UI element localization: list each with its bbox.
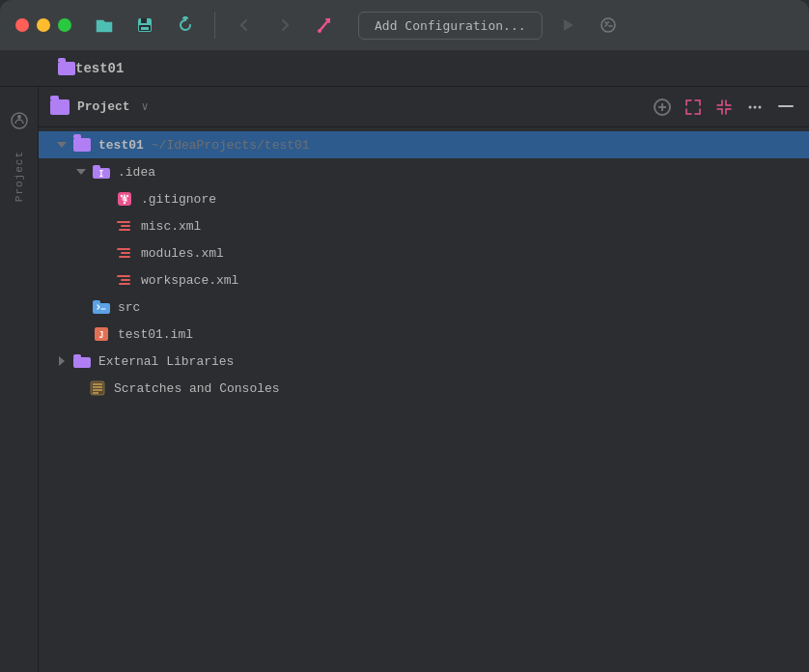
tree-item-ext-libs[interactable]: External Libraries [39, 348, 809, 375]
refresh-button[interactable] [170, 10, 201, 41]
traffic-lights [15, 18, 71, 32]
svg-point-11 [754, 105, 757, 108]
tree-item-name-src: src [118, 300, 140, 315]
debug-button[interactable] [593, 10, 624, 41]
title-bar: Add Configuration... [0, 0, 809, 50]
minimize-panel-button[interactable] [774, 96, 797, 119]
tree-item-name-test01: test01 [98, 138, 144, 153]
file-tree: test01 ~/IdeaProjects/test01 I [39, 127, 809, 672]
idea-folder-icon: I [93, 163, 110, 181]
folder-icon-test01 [73, 136, 91, 154]
add-configuration-button[interactable]: Add Configuration... [358, 12, 543, 40]
forward-button[interactable] [269, 10, 300, 41]
toolbar-divider-1 [214, 12, 215, 39]
panel-chevron-icon[interactable]: ∨ [142, 99, 149, 114]
panel-folder-icon [50, 99, 70, 115]
tree-item-name-gitignore: .gitignore [141, 192, 216, 207]
tree-item-misc[interactable]: misc.xml [39, 212, 809, 239]
src-folder-icon [93, 298, 110, 316]
project-panel-label[interactable]: Project [14, 151, 25, 202]
tree-item-idea[interactable]: I .idea [39, 158, 809, 185]
back-button[interactable] [229, 10, 260, 41]
git-file-icon [116, 190, 133, 208]
chevron-ext-libs[interactable] [54, 356, 70, 366]
svg-rect-13 [778, 105, 794, 107]
tree-item-gitignore[interactable]: .gitignore [39, 185, 809, 212]
xml-file-icon-workspace [116, 271, 133, 289]
tree-item-iml[interactable]: J test01.iml [39, 321, 809, 348]
tree-item-name-idea: .idea [118, 165, 155, 180]
main-content: Project Project ∨ [0, 87, 809, 672]
close-button[interactable] [15, 18, 29, 32]
tree-item-name-ext-libs: External Libraries [98, 354, 234, 369]
svg-text:J: J [99, 331, 104, 340]
project-title: test01 [75, 61, 124, 76]
maximize-button[interactable] [58, 18, 71, 32]
tree-item-scratches[interactable]: Scratches and Consoles [39, 375, 809, 402]
chevron-test01[interactable] [54, 142, 70, 148]
collapse-button[interactable] [712, 96, 736, 119]
svg-point-10 [749, 105, 752, 108]
svg-text:I: I [99, 170, 104, 179]
tree-item-name-scratches: Scratches and Consoles [114, 381, 280, 396]
jetbrains-icon[interactable] [9, 110, 30, 131]
expand-button[interactable] [682, 96, 705, 119]
svg-rect-1 [141, 18, 147, 23]
tree-item-test01[interactable]: test01 ~/IdeaProjects/test01 [39, 131, 809, 158]
tree-item-name-workspace: workspace.xml [141, 273, 238, 288]
tree-item-modules[interactable]: modules.xml [39, 239, 809, 266]
panel-title: Project [77, 99, 130, 114]
tree-item-name-iml: test01.iml [118, 327, 193, 342]
iml-file-icon: J [93, 325, 110, 343]
crosshair-icon [654, 98, 671, 116]
svg-point-19 [121, 195, 123, 197]
main-window: Add Configuration... test01 [0, 0, 809, 672]
svg-point-21 [124, 202, 126, 204]
run-button[interactable] [552, 10, 583, 41]
tree-item-name-modules: modules.xml [141, 246, 224, 261]
svg-point-9 [17, 115, 21, 119]
tree-item-src[interactable]: src [39, 294, 809, 321]
minimize-button[interactable] [37, 18, 50, 32]
scratches-icon [89, 379, 106, 397]
svg-point-4 [318, 29, 321, 33]
svg-point-20 [126, 195, 128, 197]
svg-point-5 [601, 18, 615, 32]
project-panel: Project ∨ [39, 87, 809, 672]
more-options-button[interactable] [743, 96, 767, 119]
xml-file-icon-misc [116, 217, 133, 235]
xml-file-icon-modules [116, 244, 133, 262]
ext-libs-icon [73, 352, 91, 370]
project-folder-icon [58, 62, 75, 75]
svg-rect-27 [73, 354, 81, 359]
tree-item-workspace[interactable]: workspace.xml [39, 266, 809, 294]
side-panel: Project [0, 87, 39, 672]
chevron-idea[interactable] [73, 169, 89, 175]
tree-item-name-misc: misc.xml [141, 219, 201, 234]
save-button[interactable] [129, 10, 160, 41]
svg-point-12 [759, 105, 762, 108]
svg-rect-3 [141, 27, 149, 30]
locate-button[interactable] [651, 96, 674, 119]
project-title-bar: test01 [0, 50, 809, 87]
open-folder-button[interactable] [89, 10, 120, 41]
svg-rect-23 [93, 300, 100, 305]
build-button[interactable] [310, 10, 341, 41]
svg-point-6 [607, 21, 609, 23]
tree-item-path-test01: ~/IdeaProjects/test01 [152, 138, 310, 153]
panel-header: Project ∨ [39, 87, 809, 127]
